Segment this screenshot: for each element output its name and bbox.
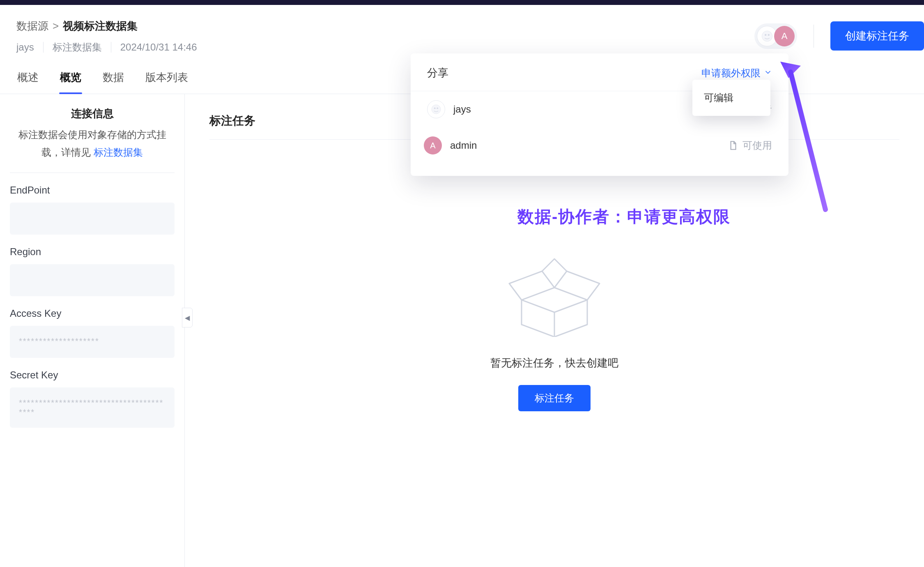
share-row-admin: A admin 可使用 xyxy=(411,127,788,164)
tab-overview[interactable]: 概览 xyxy=(59,70,82,94)
secret-key-label: Secret Key xyxy=(10,369,175,381)
tab-data[interactable]: 数据 xyxy=(102,70,125,94)
breadcrumb-current: 视频标注数据集 xyxy=(63,19,138,33)
page-header: 数据源 > 视频标注数据集 jays 标注数据集 2024/10/31 14:4… xyxy=(0,5,924,54)
sidebar: 连接信息 标注数据会使用对象存储的方式挂载，详情见 标注数据集 EndPoint… xyxy=(0,94,185,567)
share-user-name: jays xyxy=(453,104,471,115)
region-label: Region xyxy=(10,246,175,258)
empty-create-task-button[interactable]: 标注任务 xyxy=(518,385,591,411)
apply-extra-permission[interactable]: 申请额外权限 xyxy=(701,67,772,80)
empty-state: 暂无标注任务，快去创建吧 标注任务 xyxy=(209,255,899,411)
header-divider xyxy=(814,25,814,48)
share-user-name: admin xyxy=(450,140,477,151)
sidebar-desc-link[interactable]: 标注数据集 xyxy=(94,147,143,158)
meta-separator xyxy=(111,42,111,53)
share-user: A admin xyxy=(427,136,477,154)
endpoint-label: EndPoint xyxy=(10,184,175,196)
empty-box-icon xyxy=(497,255,612,339)
document-icon xyxy=(728,140,738,151)
tab-versions[interactable]: 版本列表 xyxy=(145,70,189,94)
permission-option-editable[interactable]: 可编辑 xyxy=(692,84,770,112)
meta-type: 标注数据集 xyxy=(53,41,102,54)
svg-point-3 xyxy=(432,105,441,114)
create-task-button[interactable]: 创建标注任务 xyxy=(830,21,924,51)
secret-key-value[interactable]: **************************************** xyxy=(10,387,175,428)
collaborator-avatars[interactable]: A xyxy=(754,23,797,49)
apply-extra-permission-label: 申请额外权限 xyxy=(701,67,761,80)
share-role-use[interactable]: 可使用 xyxy=(728,139,772,152)
header-right: A 创建标注任务 xyxy=(754,21,924,51)
avatar-admin: A xyxy=(774,26,795,46)
chevron-down-icon xyxy=(764,67,772,79)
svg-point-1 xyxy=(765,34,767,36)
access-key-value[interactable]: ******************** xyxy=(10,326,175,358)
sidebar-description: 标注数据会使用对象存储的方式挂载，详情见 标注数据集 xyxy=(10,126,175,161)
breadcrumb-root[interactable]: 数据源 xyxy=(16,19,48,33)
tab-overview-desc[interactable]: 概述 xyxy=(16,70,39,94)
meta-owner: jays xyxy=(16,41,34,53)
meta-separator xyxy=(43,42,44,53)
sidebar-fields: EndPoint Region Access Key *************… xyxy=(10,173,175,428)
share-role-label: 可使用 xyxy=(742,139,772,152)
annotation-arrow-icon xyxy=(780,62,834,228)
svg-point-5 xyxy=(437,107,438,109)
meta-timestamp: 2024/10/31 14:46 xyxy=(120,41,197,53)
annotation-callout: 数据-协作者：申请更高权限 xyxy=(517,205,731,228)
app-topbar xyxy=(0,0,924,5)
svg-point-2 xyxy=(768,34,770,36)
share-user: jays xyxy=(427,100,471,118)
permission-dropdown: 可编辑 xyxy=(692,80,770,116)
avatar-admin-small: A xyxy=(424,136,442,154)
avatar-jays-small xyxy=(427,100,445,118)
svg-point-0 xyxy=(762,31,772,41)
endpoint-value[interactable] xyxy=(10,203,175,235)
sidebar-title: 连接信息 xyxy=(10,106,175,121)
sidebar-desc-text: 标注数据会使用对象存储的方式挂载，详情见 xyxy=(18,129,166,158)
breadcrumb-separator: > xyxy=(53,20,59,32)
empty-text: 暂无标注任务，快去创建吧 xyxy=(490,356,618,370)
access-key-label: Access Key xyxy=(10,308,175,319)
region-value[interactable] xyxy=(10,264,175,296)
svg-point-4 xyxy=(434,107,436,109)
share-title: 分享 xyxy=(427,66,448,80)
